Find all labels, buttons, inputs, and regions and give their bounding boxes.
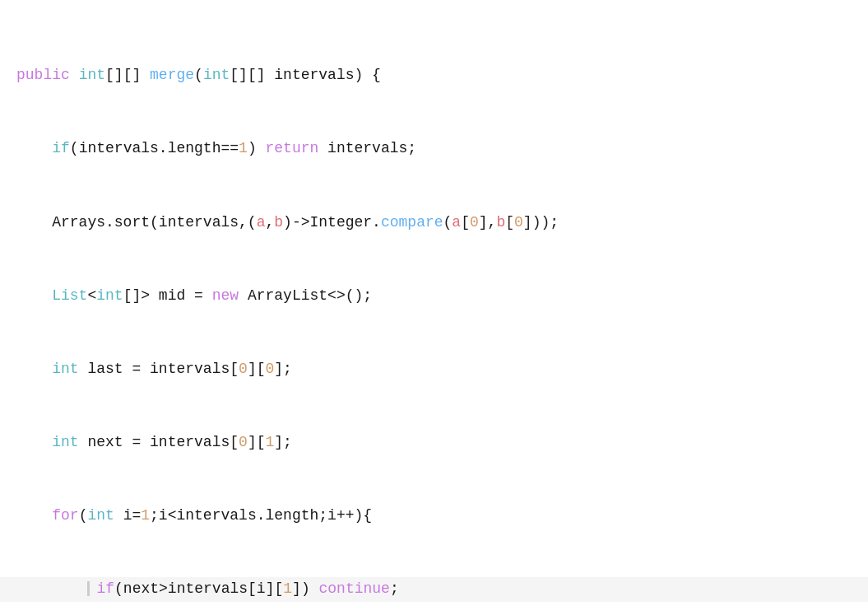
line-1: public int[][] merge(int[][] intervals) … [16, 63, 852, 88]
line-5: int last = intervals[0][0]; [16, 357, 852, 382]
line-6: int next = intervals[0][1]; [16, 431, 852, 455]
line-2: if(intervals.length==1) return intervals… [16, 137, 852, 161]
code-block: public int[][] merge(int[][] intervals) … [0, 8, 868, 615]
line-7: for(int i=1;i<intervals.length;i++){ [16, 504, 852, 529]
line-4: List<int[]> mid = new ArrayList<>(); [16, 284, 852, 309]
line-8: if(next>intervals[i][1]) continue; [0, 577, 868, 602]
line-3: Arrays.sort(intervals,(a,b)->Integer.com… [16, 211, 852, 235]
code-container: public int[][] merge(int[][] intervals) … [0, 0, 868, 615]
